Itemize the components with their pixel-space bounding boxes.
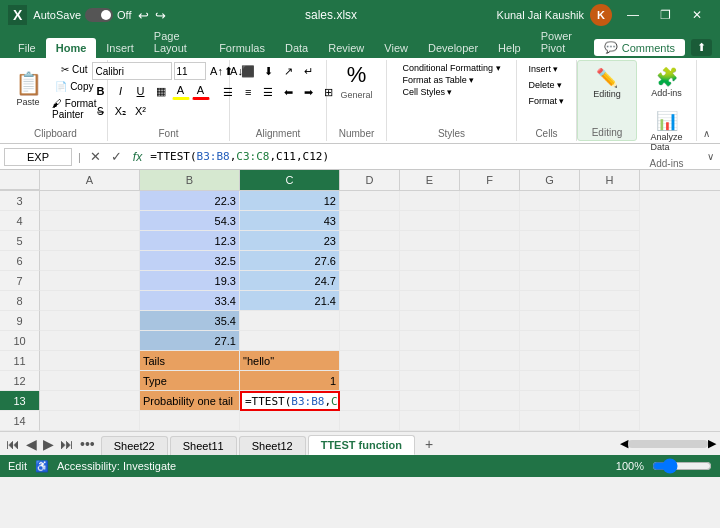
cell-E11[interactable] [400, 351, 460, 371]
cell-C12[interactable]: 1 [240, 371, 340, 391]
editing-button[interactable]: ✏️ Editing [587, 63, 627, 103]
cell-C5[interactable]: 23 [240, 231, 340, 251]
minimize-button[interactable]: — [618, 4, 648, 26]
cell-F13[interactable] [460, 391, 520, 411]
col-header-F[interactable]: F [460, 170, 520, 190]
decrease-indent-button[interactable]: ⬅ [279, 83, 297, 101]
col-header-A[interactable]: A [40, 170, 140, 190]
cell-G6[interactable] [520, 251, 580, 271]
row-header-13[interactable]: 13 [0, 391, 40, 411]
cancel-formula-button[interactable]: ✕ [87, 148, 104, 165]
cell-F4[interactable] [460, 211, 520, 231]
cell-F6[interactable] [460, 251, 520, 271]
align-left-button[interactable]: ☰ [219, 83, 237, 101]
border-button[interactable]: ▦ [152, 82, 170, 100]
cell-F11[interactable] [460, 351, 520, 371]
format-as-table-button[interactable]: Format as Table ▾ [398, 74, 504, 86]
format-cells-button[interactable]: Format ▾ [524, 94, 568, 108]
tab-developer[interactable]: Developer [418, 38, 488, 58]
cell-E6[interactable] [400, 251, 460, 271]
scroll-right-button[interactable]: ▶ [708, 437, 716, 450]
cell-G8[interactable] [520, 291, 580, 311]
cell-C13[interactable]: =TTEST(B3:B8,C3:C8,C11,C12) [240, 391, 340, 411]
sheet-nav-first[interactable]: ⏮ [4, 436, 22, 452]
strikethrough-button[interactable]: S̶ [92, 102, 110, 120]
cell-B9[interactable]: 35.4 [140, 311, 240, 331]
delete-cells-button[interactable]: Delete ▾ [524, 78, 568, 92]
cell-H11[interactable] [580, 351, 640, 371]
sheet-nav-next[interactable]: ▶ [41, 436, 56, 452]
cell-B7[interactable]: 19.3 [140, 271, 240, 291]
font-color-button[interactable]: A [192, 82, 210, 100]
col-header-E[interactable]: E [400, 170, 460, 190]
cell-E13[interactable] [400, 391, 460, 411]
tab-help[interactable]: Help [488, 38, 531, 58]
cell-E9[interactable] [400, 311, 460, 331]
row-header-11[interactable]: 11 [0, 351, 40, 371]
cell-H5[interactable] [580, 231, 640, 251]
cell-D6[interactable] [340, 251, 400, 271]
cell-F12[interactable] [460, 371, 520, 391]
row-header-5[interactable]: 5 [0, 231, 40, 251]
tab-page-layout[interactable]: Page Layout [144, 26, 209, 58]
cell-D14[interactable] [340, 411, 400, 431]
col-header-G[interactable]: G [520, 170, 580, 190]
cell-D5[interactable] [340, 231, 400, 251]
select-all-button[interactable] [0, 170, 40, 190]
row-header-10[interactable]: 10 [0, 331, 40, 351]
cell-A10[interactable] [40, 331, 140, 351]
subscript-button[interactable]: X₂ [112, 102, 130, 120]
tab-sheet11[interactable]: Sheet11 [170, 436, 237, 455]
tab-sheet22[interactable]: Sheet22 [101, 436, 168, 455]
align-bottom-button[interactable]: ⬇ [259, 62, 277, 80]
cell-B10[interactable]: 27.1 [140, 331, 240, 351]
cell-G12[interactable] [520, 371, 580, 391]
tab-home[interactable]: Home [46, 38, 97, 58]
analyze-data-button[interactable]: 📊 Analyze Data [647, 106, 687, 156]
add-sheet-button[interactable]: + [417, 434, 441, 454]
align-top-button[interactable]: ⬆ [219, 62, 237, 80]
tab-power-pivot[interactable]: Power Pivot [531, 26, 594, 58]
cell-A3[interactable] [40, 191, 140, 211]
cell-B12[interactable]: Type [140, 371, 240, 391]
cell-E3[interactable] [400, 191, 460, 211]
cell-G9[interactable] [520, 311, 580, 331]
sheet-nav-prev[interactable]: ◀ [24, 436, 39, 452]
row-header-4[interactable]: 4 [0, 211, 40, 231]
italic-button[interactable]: I [112, 82, 130, 100]
cell-A7[interactable] [40, 271, 140, 291]
scroll-left-button[interactable]: ◀ [620, 437, 628, 450]
cell-F7[interactable] [460, 271, 520, 291]
zoom-slider[interactable] [652, 458, 712, 474]
cell-styles-button[interactable]: Cell Styles ▾ [398, 86, 504, 98]
horizontal-scrollbar[interactable] [628, 440, 708, 448]
tab-formulas[interactable]: Formulas [209, 38, 275, 58]
tab-file[interactable]: File [8, 38, 46, 58]
font-size-input[interactable] [174, 62, 206, 80]
fill-color-button[interactable]: A [172, 82, 190, 100]
cell-B14[interactable] [140, 411, 240, 431]
cell-F5[interactable] [460, 231, 520, 251]
font-name-input[interactable] [92, 62, 172, 80]
row-header-12[interactable]: 12 [0, 371, 40, 391]
cell-C14[interactable] [240, 411, 340, 431]
row-header-8[interactable]: 8 [0, 291, 40, 311]
align-center-button[interactable]: ≡ [239, 83, 257, 101]
col-header-B[interactable]: B [140, 170, 240, 190]
cell-D8[interactable] [340, 291, 400, 311]
cell-A12[interactable] [40, 371, 140, 391]
comments-button[interactable]: 💬 Comments [594, 39, 685, 56]
cell-B13[interactable]: Probability one tail [140, 391, 240, 411]
cell-H14[interactable] [580, 411, 640, 431]
insert-cells-button[interactable]: Insert ▾ [524, 62, 568, 76]
cell-C8[interactable]: 21.4 [240, 291, 340, 311]
cell-A13[interactable] [40, 391, 140, 411]
cell-A5[interactable] [40, 231, 140, 251]
ribbon-collapse-button[interactable]: ∧ [697, 126, 716, 141]
cell-B11[interactable]: Tails [140, 351, 240, 371]
cell-H8[interactable] [580, 291, 640, 311]
cell-B3[interactable]: 22.3 [140, 191, 240, 211]
cell-D9[interactable] [340, 311, 400, 331]
redo-icon[interactable]: ↪ [155, 8, 166, 23]
close-button[interactable]: ✕ [682, 4, 712, 26]
